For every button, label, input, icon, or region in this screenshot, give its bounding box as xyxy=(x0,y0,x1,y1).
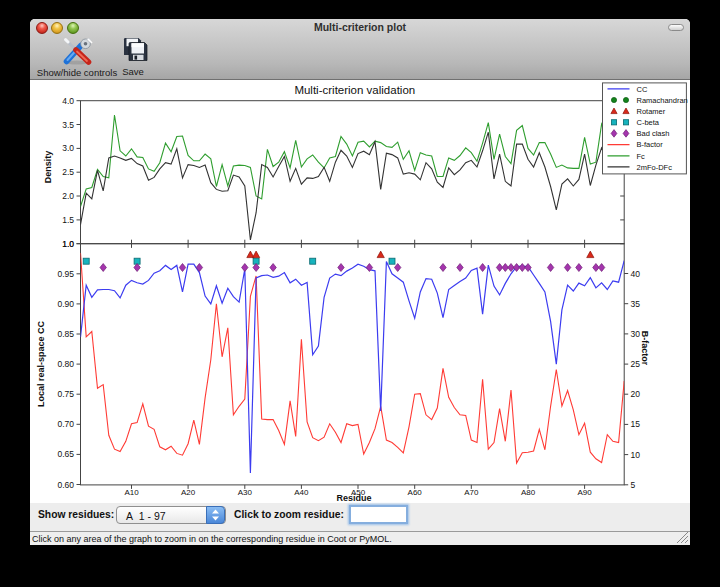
svg-text:25: 25 xyxy=(631,359,641,369)
svg-text:B-factor: B-factor xyxy=(637,140,664,149)
svg-text:35: 35 xyxy=(631,299,641,309)
svg-text:Ramachandran: Ramachandran xyxy=(637,96,688,105)
svg-text:1.5: 1.5 xyxy=(62,215,74,225)
svg-text:B-factor: B-factor xyxy=(640,331,650,366)
svg-text:Rotamer: Rotamer xyxy=(637,107,666,116)
svg-text:0.95: 0.95 xyxy=(57,269,74,279)
svg-text:0.60: 0.60 xyxy=(57,480,74,490)
svg-text:A60: A60 xyxy=(408,488,423,497)
svg-text:A20: A20 xyxy=(181,488,196,497)
svg-text:3.0: 3.0 xyxy=(62,143,74,153)
svg-text:2.0: 2.0 xyxy=(62,191,74,201)
svg-text:Fc: Fc xyxy=(637,152,646,161)
svg-text:5: 5 xyxy=(631,480,636,490)
svg-text:A30: A30 xyxy=(238,488,253,497)
svg-text:Residue: Residue xyxy=(336,493,371,503)
svg-text:0.90: 0.90 xyxy=(57,299,74,309)
svg-text:0.75: 0.75 xyxy=(57,389,74,399)
svg-text:A40: A40 xyxy=(294,488,309,497)
svg-text:Density: Density xyxy=(43,151,53,184)
svg-text:A10: A10 xyxy=(124,488,139,497)
svg-text:0.65: 0.65 xyxy=(57,449,74,459)
svg-text:A90: A90 xyxy=(577,488,592,497)
svg-text:2mFo-DFc: 2mFo-DFc xyxy=(637,163,673,172)
svg-text:10: 10 xyxy=(631,450,641,460)
svg-text:0.80: 0.80 xyxy=(57,359,74,369)
svg-text:3.5: 3.5 xyxy=(62,120,74,130)
svg-text:1.0: 1.0 xyxy=(62,239,74,249)
svg-text:A70: A70 xyxy=(464,488,479,497)
svg-text:2.5: 2.5 xyxy=(62,167,74,177)
svg-text:20: 20 xyxy=(631,389,641,399)
svg-text:0.70: 0.70 xyxy=(57,419,74,429)
svg-text:Bad clash: Bad clash xyxy=(637,129,670,138)
svg-text:40: 40 xyxy=(631,269,641,279)
svg-text:15: 15 xyxy=(631,419,641,429)
svg-text:4.0: 4.0 xyxy=(62,96,74,106)
svg-text:Multi-criterion validation: Multi-criterion validation xyxy=(294,84,415,96)
svg-text:Local real-space CC: Local real-space CC xyxy=(36,320,46,407)
svg-text:0.85: 0.85 xyxy=(57,329,74,339)
svg-text:30: 30 xyxy=(631,329,641,339)
svg-text:A80: A80 xyxy=(521,488,536,497)
svg-text:CC: CC xyxy=(637,85,648,94)
svg-text:C-beta: C-beta xyxy=(637,118,660,127)
